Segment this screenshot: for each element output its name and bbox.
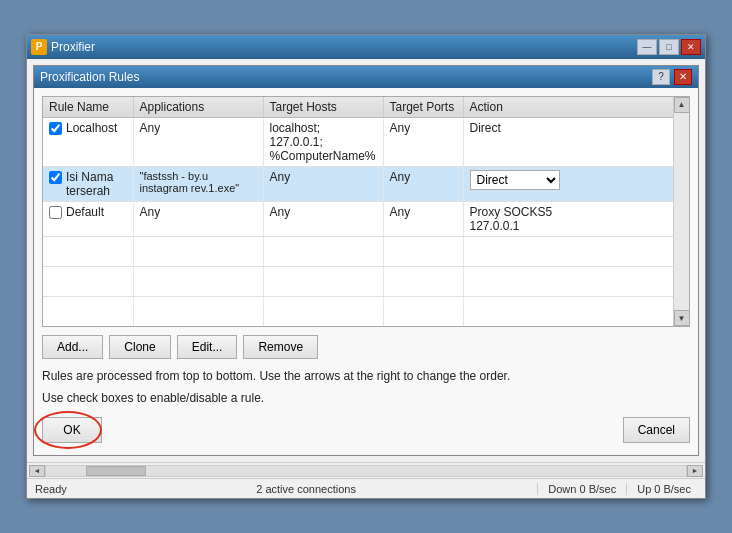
table-row-empty <box>43 266 673 296</box>
applications-cell: Any <box>133 117 263 166</box>
rules-table: Rule Name Applications Target Hosts Targ… <box>43 97 673 327</box>
dialog-title: Proxification Rules <box>40 70 139 84</box>
title-bar-buttons: — □ ✕ <box>637 39 701 55</box>
close-button[interactable]: ✕ <box>681 39 701 55</box>
target-ports-cell: Any <box>383 117 463 166</box>
table-row: Isi Nama terserah "fastssh - by.u instag… <box>43 166 673 201</box>
dialog-help-button[interactable]: ? <box>652 69 670 85</box>
minimize-button[interactable]: — <box>637 39 657 55</box>
restore-button[interactable]: □ <box>659 39 679 55</box>
table-header-row: Rule Name Applications Target Hosts Targ… <box>43 97 673 118</box>
bottom-buttons-row: OK Cancel <box>42 411 690 447</box>
target-ports-cell: Any <box>383 166 463 201</box>
action-cell: Direct Block <box>463 166 673 201</box>
col-header-target-hosts: Target Hosts <box>263 97 383 118</box>
table-row-empty <box>43 296 673 326</box>
status-right-items: Down 0 B/sec Up 0 B/sec <box>537 483 705 495</box>
h-scroll-track <box>45 465 687 477</box>
status-connections: 2 active connections <box>75 483 538 495</box>
scroll-up-button[interactable]: ▲ <box>674 97 690 113</box>
scroll-track <box>674 113 689 311</box>
table-row: Default Any Any Any Proxy SOCKS5 127.0.0… <box>43 201 673 236</box>
status-up: Up 0 B/sec <box>626 483 701 495</box>
action-cell: Direct <box>463 117 673 166</box>
default-label: Default <box>66 205 104 219</box>
rules-table-wrapper: Rule Name Applications Target Hosts Targ… <box>42 96 690 328</box>
app-icon: P <box>31 39 47 55</box>
dialog-title-right: ? ✕ <box>652 69 692 85</box>
col-header-target-ports: Target Ports <box>383 97 463 118</box>
dialog-content: Rule Name Applications Target Hosts Targ… <box>34 88 698 456</box>
info-line-2: Use check boxes to enable/disable a rule… <box>42 389 690 407</box>
status-ready: Ready <box>27 483 75 495</box>
ok-button[interactable]: OK <box>42 417 102 443</box>
target-ports-cell: Any <box>383 201 463 236</box>
outer-title-bar: P Proxifier — □ ✕ <box>27 35 705 59</box>
default-checkbox[interactable] <box>49 206 62 219</box>
isi-nama-checkbox[interactable] <box>49 171 62 184</box>
remove-button[interactable]: Remove <box>243 335 318 359</box>
info-line-1: Rules are processed from top to bottom. … <box>42 367 690 385</box>
edit-button[interactable]: Edit... <box>177 335 238 359</box>
add-button[interactable]: Add... <box>42 335 103 359</box>
action-buttons-row: Add... Clone Edit... Remove <box>42 335 690 359</box>
applications-cell: Any <box>133 201 263 236</box>
scroll-right-button[interactable]: ► <box>687 465 703 477</box>
col-header-action: Action <box>463 97 673 118</box>
col-header-rule-name: Rule Name <box>43 97 133 118</box>
h-scroll-thumb <box>86 466 146 476</box>
target-hosts-cell: Any <box>263 201 383 236</box>
action-cell: Proxy SOCKS5 127.0.0.1 <box>463 201 673 236</box>
main-window: P Proxifier — □ ✕ Proxification Rules ? … <box>26 34 706 500</box>
status-down: Down 0 B/sec <box>537 483 626 495</box>
ok-button-wrapper: OK <box>42 417 102 443</box>
rule-name-cell: Default <box>43 201 133 236</box>
cancel-button[interactable]: Cancel <box>623 417 690 443</box>
col-header-applications: Applications <box>133 97 263 118</box>
rule-name-cell: Isi Nama terserah <box>43 166 133 201</box>
status-bar: Ready 2 active connections Down 0 B/sec … <box>27 478 705 498</box>
content-area: Proxification Rules ? ✕ Rule Name <box>27 59 705 463</box>
table-row-empty <box>43 236 673 266</box>
dialog-box: Proxification Rules ? ✕ Rule Name <box>33 65 699 457</box>
table-row: Localhost Any localhost; 127.0.0.1; %Com… <box>43 117 673 166</box>
title-bar-left: P Proxifier <box>31 39 95 55</box>
clone-button[interactable]: Clone <box>109 335 170 359</box>
localhost-checkbox[interactable] <box>49 122 62 135</box>
target-hosts-cell: localhost; 127.0.0.1; %ComputerName% <box>263 117 383 166</box>
scroll-left-button[interactable]: ◄ <box>29 465 45 477</box>
rule-name-cell: Localhost <box>43 117 133 166</box>
horizontal-scrollbar[interactable]: ◄ ► <box>27 462 705 478</box>
applications-cell: "fastssh - by.u instagram rev.1.exe" <box>133 166 263 201</box>
localhost-label: Localhost <box>66 121 117 135</box>
isi-nama-label: Isi Nama terserah <box>66 170 113 198</box>
action-dropdown[interactable]: Direct Block <box>470 170 560 190</box>
app-title: Proxifier <box>51 40 95 54</box>
target-hosts-cell: Any <box>263 166 383 201</box>
dialog-title-bar: Proxification Rules ? ✕ <box>34 66 698 88</box>
scroll-down-button[interactable]: ▼ <box>674 310 690 326</box>
dialog-close-button[interactable]: ✕ <box>674 69 692 85</box>
table-scroll-area: Rule Name Applications Target Hosts Targ… <box>43 97 673 327</box>
table-scrollbar: ▲ ▼ <box>673 97 689 327</box>
